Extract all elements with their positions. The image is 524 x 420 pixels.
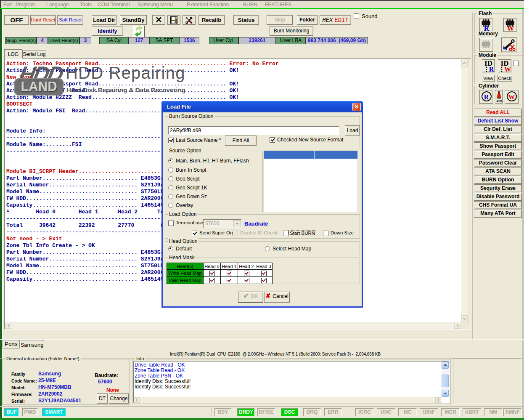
svg-text:W: W — [507, 24, 514, 31]
svg-text:R: R — [484, 24, 489, 31]
svg-text:1=0: 1=0 — [496, 99, 502, 102]
